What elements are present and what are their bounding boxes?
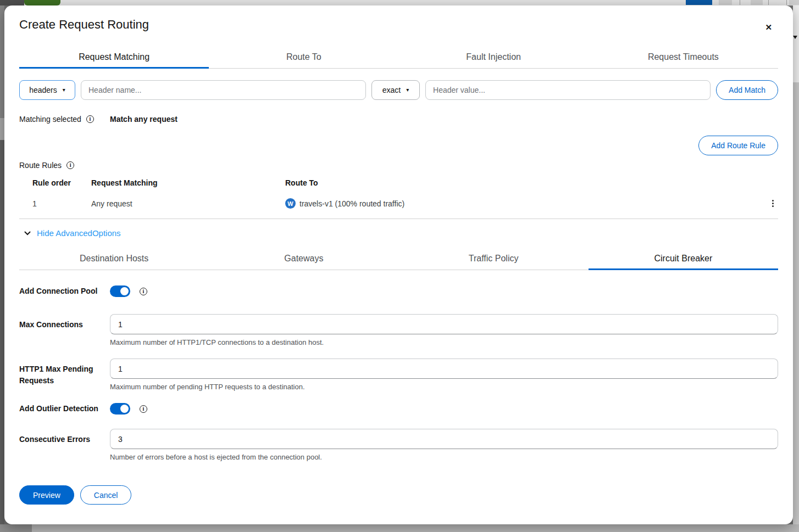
tab-request-timeouts[interactable]: Request Timeouts [589, 47, 778, 69]
connection-pool-toggle[interactable] [110, 285, 130, 297]
max-connections-helper: Maximum number of HTTP1/TCP connections … [110, 338, 778, 346]
matching-selected-label: Matching selected [19, 115, 81, 124]
matching-summary: Match any request [110, 115, 177, 124]
kebab-menu-icon[interactable] [768, 198, 778, 209]
route-to-cell: W travels-v1 (100% routed traffic) [285, 198, 756, 209]
route-rules-label: Route Rules i [19, 161, 778, 170]
info-icon[interactable]: i [140, 288, 147, 295]
caret-down-icon: ▾ [63, 87, 65, 93]
tab-gateways[interactable]: Gateways [209, 249, 398, 270]
add-route-rule-button[interactable]: Add Route Rule [698, 136, 778, 155]
hide-advanced-options-link[interactable]: Hide AdvancedOptions [19, 228, 778, 238]
page-edge-right [793, 5, 799, 524]
workload-badge: W [285, 198, 296, 209]
table-row: 1 Any request W travels-v1 (100% routed … [19, 189, 778, 219]
masthead-button-remnant [686, 0, 712, 5]
http1-max-pending-row: HTTP1 Max Pending Requests Maximum numbe… [19, 359, 778, 391]
masthead-dark-segment [0, 0, 24, 5]
match-operator-value: exact [382, 86, 401, 94]
page-edge-bottom [0, 524, 799, 532]
tab-traffic-policy[interactable]: Traffic Policy [399, 249, 589, 270]
tab-fault-injection[interactable]: Fault Injection [399, 47, 589, 69]
column-header-rule-order: Rule order [19, 178, 91, 187]
kiali-logo [24, 0, 60, 5]
close-icon[interactable]: ✕ [765, 23, 772, 31]
consecutive-errors-input[interactable] [110, 429, 778, 449]
consecutive-errors-helper: Number of errors before a host is ejecte… [110, 453, 778, 461]
request-matching-cell: Any request [91, 199, 285, 208]
screen: Create Request Routing ✕ Request Matchin… [0, 0, 799, 532]
header-name-input[interactable] [81, 80, 366, 100]
match-builder-row: headers ▾ exact ▾ Add Match [19, 80, 778, 100]
preview-button[interactable]: Preview [19, 485, 74, 505]
consecutive-errors-label: Consecutive Errors [19, 429, 110, 445]
column-header-route-to: Route To [285, 178, 756, 187]
max-connections-row: Max Connections Maximum number of HTTP1/… [19, 314, 778, 346]
chevron-down-icon [24, 231, 31, 236]
consecutive-errors-row: Consecutive Errors Number of errors befo… [19, 429, 778, 461]
tab-destination-hosts[interactable]: Destination Hosts [19, 249, 209, 270]
caret-down-icon: ▾ [406, 87, 409, 93]
add-connection-pool-label: Add Connection Pool [19, 285, 110, 297]
masthead-separator [786, 0, 787, 5]
info-icon[interactable]: i [86, 115, 94, 123]
cancel-button[interactable]: Cancel [80, 485, 132, 505]
tab-route-to[interactable]: Route To [209, 47, 398, 69]
outlier-detection-toggle[interactable] [110, 403, 130, 415]
http1-max-pending-input[interactable] [110, 359, 778, 379]
route-to-text: travels-v1 (100% routed traffic) [299, 199, 404, 208]
modal-footer: Preview Cancel [19, 485, 778, 505]
hide-advanced-options-label: Hide AdvancedOptions [37, 228, 121, 238]
max-connections-label: Max Connections [19, 314, 110, 331]
sidebar-remnant-light [0, 118, 4, 140]
matching-selected-row: Matching selected i Match any request [19, 115, 778, 124]
tab-request-matching[interactable]: Request Matching [19, 47, 209, 69]
table-header-row: Rule order Request Matching Route To [19, 175, 778, 189]
main-tabs: Request Matching Route To Fault Injectio… [19, 47, 778, 69]
route-rules-label-text: Route Rules [19, 161, 62, 170]
add-match-button[interactable]: Add Match [716, 80, 778, 100]
match-category-select[interactable]: headers ▾ [19, 80, 75, 100]
tab-circuit-breaker[interactable]: Circuit Breaker [589, 249, 778, 270]
modal-title: Create Request Routing [19, 18, 778, 32]
http1-max-pending-helper: Maximum number of pending HTTP requests … [110, 383, 778, 391]
sidebar-remnant-dark [0, 140, 4, 530]
match-operator-select[interactable]: exact ▾ [371, 80, 420, 100]
page-edge-bottom-dark [0, 524, 32, 532]
masthead-icon-remnant [751, 0, 763, 5]
column-header-request-matching: Request Matching [91, 178, 285, 187]
info-icon[interactable]: i [140, 405, 147, 413]
masthead-separator [740, 0, 740, 5]
circuit-breaker-form: Add Connection Pool i Max Connections Ma… [19, 285, 778, 461]
page-edge-right-top [793, 5, 799, 82]
dropdown-caret-remnant [793, 36, 797, 39]
rule-order-cell: 1 [19, 199, 91, 208]
add-outlier-detection-row: Add Outlier Detection i [19, 403, 778, 415]
add-outlier-detection-label: Add Outlier Detection [19, 403, 110, 415]
route-rules-table: Rule order Request Matching Route To 1 A… [19, 175, 778, 219]
masthead-icon-remnant [719, 0, 732, 5]
masthead-separator [768, 0, 769, 5]
add-connection-pool-row: Add Connection Pool i [19, 285, 778, 297]
masthead-icon-remnant [789, 0, 799, 5]
max-connections-input[interactable] [110, 314, 778, 334]
page-edge-left [0, 5, 4, 524]
header-value-input[interactable] [425, 80, 711, 100]
match-category-value: headers [29, 86, 57, 94]
info-icon[interactable]: i [66, 161, 74, 169]
create-request-routing-modal: Create Request Routing ✕ Request Matchin… [4, 5, 793, 524]
http1-max-pending-label: HTTP1 Max Pending Requests [19, 359, 110, 387]
masthead-remnant [0, 0, 799, 5]
advanced-tabs: Destination Hosts Gateways Traffic Polic… [19, 249, 778, 270]
